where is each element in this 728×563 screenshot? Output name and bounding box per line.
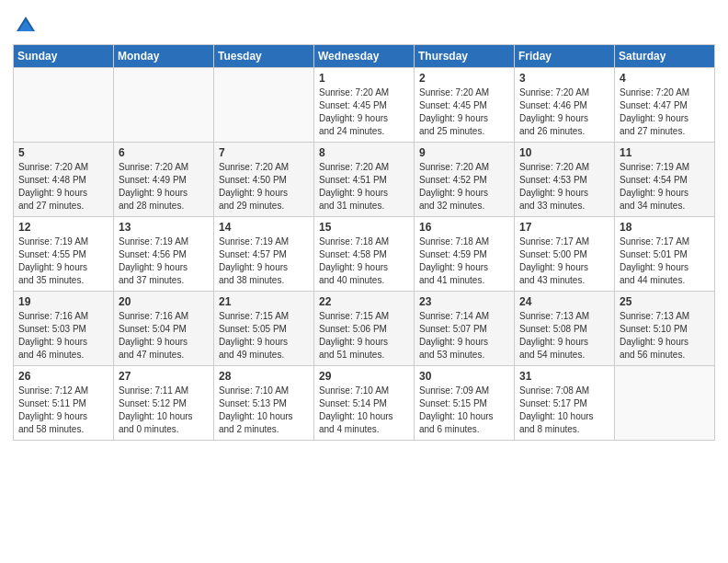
calendar-week-row: 1Sunrise: 7:20 AM Sunset: 4:45 PM Daylig… [14,68,715,143]
calendar-cell: 9Sunrise: 7:20 AM Sunset: 4:52 PM Daylig… [415,143,515,217]
calendar-cell: 20Sunrise: 7:16 AM Sunset: 5:04 PM Dayli… [114,292,214,366]
calendar-cell: 2Sunrise: 7:20 AM Sunset: 4:45 PM Daylig… [415,68,515,143]
calendar-cell: 12Sunrise: 7:19 AM Sunset: 4:55 PM Dayli… [14,217,114,292]
day-number: 14 [219,221,309,234]
calendar-cell: 29Sunrise: 7:10 AM Sunset: 5:14 PM Dayli… [314,366,415,441]
day-info: Sunrise: 7:14 AM Sunset: 5:07 PM Dayligh… [419,310,509,362]
calendar-cell: 6Sunrise: 7:20 AM Sunset: 4:49 PM Daylig… [114,143,214,217]
day-number: 29 [319,370,409,383]
calendar-cell: 3Sunrise: 7:20 AM Sunset: 4:46 PM Daylig… [515,68,615,143]
calendar-cell: 25Sunrise: 7:13 AM Sunset: 5:10 PM Dayli… [615,292,715,366]
day-number: 2 [419,72,509,85]
day-info: Sunrise: 7:13 AM Sunset: 5:10 PM Dayligh… [620,310,710,362]
calendar-cell: 11Sunrise: 7:19 AM Sunset: 4:54 PM Dayli… [615,143,715,217]
day-number: 24 [519,295,609,308]
calendar-cell: 26Sunrise: 7:12 AM Sunset: 5:11 PM Dayli… [14,366,114,441]
calendar-cell: 16Sunrise: 7:18 AM Sunset: 4:59 PM Dayli… [415,217,515,292]
calendar-body: 1Sunrise: 7:20 AM Sunset: 4:45 PM Daylig… [14,68,715,441]
day-number: 6 [119,146,209,159]
day-number: 31 [519,370,609,383]
day-info: Sunrise: 7:19 AM Sunset: 4:57 PM Dayligh… [219,236,309,287]
calendar-cell: 7Sunrise: 7:20 AM Sunset: 4:50 PM Daylig… [214,143,314,217]
calendar-cell: 15Sunrise: 7:18 AM Sunset: 4:58 PM Dayli… [314,217,415,292]
day-info: Sunrise: 7:18 AM Sunset: 4:58 PM Dayligh… [319,236,409,287]
day-number: 22 [319,295,409,308]
calendar-cell: 19Sunrise: 7:16 AM Sunset: 5:03 PM Dayli… [14,292,114,366]
calendar-week-row: 19Sunrise: 7:16 AM Sunset: 5:03 PM Dayli… [14,292,715,366]
day-info: Sunrise: 7:20 AM Sunset: 4:45 PM Dayligh… [319,86,409,138]
day-number: 21 [219,295,309,308]
day-info: Sunrise: 7:17 AM Sunset: 5:00 PM Dayligh… [519,236,609,287]
day-number: 20 [119,295,209,308]
day-number: 1 [319,72,409,85]
day-info: Sunrise: 7:16 AM Sunset: 5:03 PM Dayligh… [18,310,108,362]
day-info: Sunrise: 7:11 AM Sunset: 5:12 PM Dayligh… [119,385,209,436]
calendar-cell: 24Sunrise: 7:13 AM Sunset: 5:08 PM Dayli… [515,292,615,366]
day-number: 12 [18,221,108,234]
day-number: 4 [620,72,710,85]
page: SundayMondayTuesdayWednesdayThursdayFrid… [0,0,728,454]
day-number: 28 [219,370,309,383]
day-number: 19 [18,295,108,308]
day-info: Sunrise: 7:20 AM Sunset: 4:47 PM Dayligh… [620,86,710,138]
day-info: Sunrise: 7:18 AM Sunset: 4:59 PM Dayligh… [419,236,509,287]
day-number: 26 [18,370,108,383]
day-number: 16 [419,221,509,234]
calendar-cell: 14Sunrise: 7:19 AM Sunset: 4:57 PM Dayli… [214,217,314,292]
logo-icon [13,13,39,39]
calendar-cell: 17Sunrise: 7:17 AM Sunset: 5:00 PM Dayli… [515,217,615,292]
calendar-week-row: 12Sunrise: 7:19 AM Sunset: 4:55 PM Dayli… [14,217,715,292]
day-info: Sunrise: 7:20 AM Sunset: 4:45 PM Dayligh… [419,86,509,138]
day-number: 8 [319,146,409,159]
day-number: 5 [18,146,108,159]
day-number: 27 [119,370,209,383]
calendar-cell: 27Sunrise: 7:11 AM Sunset: 5:12 PM Dayli… [114,366,214,441]
calendar-cell: 30Sunrise: 7:09 AM Sunset: 5:15 PM Dayli… [415,366,515,441]
day-info: Sunrise: 7:20 AM Sunset: 4:46 PM Dayligh… [519,86,609,138]
calendar-week-row: 26Sunrise: 7:12 AM Sunset: 5:11 PM Dayli… [14,366,715,441]
day-number: 7 [219,146,309,159]
calendar-cell: 22Sunrise: 7:15 AM Sunset: 5:06 PM Dayli… [314,292,415,366]
weekday-header-cell: Monday [114,45,214,68]
day-number: 25 [620,295,710,308]
calendar-cell [615,366,715,441]
day-number: 30 [419,370,509,383]
day-info: Sunrise: 7:17 AM Sunset: 5:01 PM Dayligh… [620,236,710,287]
calendar-week-row: 5Sunrise: 7:20 AM Sunset: 4:48 PM Daylig… [14,143,715,217]
calendar-cell: 13Sunrise: 7:19 AM Sunset: 4:56 PM Dayli… [114,217,214,292]
weekday-header-cell: Sunday [14,45,114,68]
day-number: 11 [620,146,710,159]
calendar-cell: 10Sunrise: 7:20 AM Sunset: 4:53 PM Dayli… [515,143,615,217]
header [13,9,715,39]
day-info: Sunrise: 7:15 AM Sunset: 5:05 PM Dayligh… [219,310,309,362]
calendar-cell: 4Sunrise: 7:20 AM Sunset: 4:47 PM Daylig… [615,68,715,143]
day-info: Sunrise: 7:08 AM Sunset: 5:17 PM Dayligh… [519,385,609,436]
calendar-table: SundayMondayTuesdayWednesdayThursdayFrid… [13,44,715,441]
weekday-header-cell: Tuesday [214,45,314,68]
day-number: 10 [519,146,609,159]
day-info: Sunrise: 7:16 AM Sunset: 5:04 PM Dayligh… [119,310,209,362]
calendar-cell [114,68,214,143]
day-number: 15 [319,221,409,234]
calendar-cell: 18Sunrise: 7:17 AM Sunset: 5:01 PM Dayli… [615,217,715,292]
day-info: Sunrise: 7:20 AM Sunset: 4:51 PM Dayligh… [319,161,409,213]
day-info: Sunrise: 7:10 AM Sunset: 5:13 PM Dayligh… [219,385,309,436]
day-info: Sunrise: 7:12 AM Sunset: 5:11 PM Dayligh… [18,385,108,436]
day-info: Sunrise: 7:20 AM Sunset: 4:48 PM Dayligh… [18,161,108,213]
day-number: 17 [519,221,609,234]
day-number: 9 [419,146,509,159]
logo [13,13,42,39]
day-info: Sunrise: 7:13 AM Sunset: 5:08 PM Dayligh… [519,310,609,362]
weekday-header-cell: Saturday [615,45,715,68]
calendar-cell: 1Sunrise: 7:20 AM Sunset: 4:45 PM Daylig… [314,68,415,143]
day-info: Sunrise: 7:19 AM Sunset: 4:55 PM Dayligh… [18,236,108,287]
day-info: Sunrise: 7:10 AM Sunset: 5:14 PM Dayligh… [319,385,409,436]
calendar-cell: 31Sunrise: 7:08 AM Sunset: 5:17 PM Dayli… [515,366,615,441]
calendar-cell: 28Sunrise: 7:10 AM Sunset: 5:13 PM Dayli… [214,366,314,441]
day-number: 18 [620,221,710,234]
weekday-header-cell: Wednesday [314,45,415,68]
weekday-header-cell: Friday [515,45,615,68]
calendar-cell: 5Sunrise: 7:20 AM Sunset: 4:48 PM Daylig… [14,143,114,217]
weekday-header-row: SundayMondayTuesdayWednesdayThursdayFrid… [14,45,715,68]
day-number: 23 [419,295,509,308]
